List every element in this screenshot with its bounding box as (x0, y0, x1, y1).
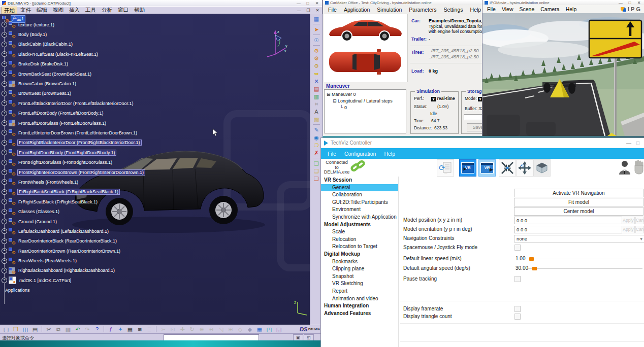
copy-icon[interactable]: ⧉ (54, 326, 62, 333)
tree-item-frontrightblackinteriordoor[interactable]: +FrontRightBlackInteriorDoor (FrontRight… (0, 138, 145, 148)
no-show-icon[interactable]: ✗ (312, 149, 320, 156)
avatar-person-icon[interactable] (618, 160, 631, 175)
nav-snapshot[interactable]: Snapshot (321, 273, 398, 281)
minimize-icon[interactable]: — (618, 1, 624, 5)
ipgmovie-title-bar[interactable]: IPGMovie - hysim-delistation online — □ … (482, 0, 644, 5)
normal-view-icon[interactable]: ◹ (217, 326, 225, 333)
expand-icon[interactable]: + (2, 268, 7, 273)
center-model-button[interactable]: Center model (514, 207, 643, 216)
expand-icon[interactable]: + (2, 219, 7, 224)
workbench-icon[interactable]: ▦ (312, 15, 320, 22)
maneuver-tree[interactable]: ⊟ Maneuver 0 ⊟ Longitudinal / Lateral st… (324, 89, 406, 133)
nav-scale[interactable]: Scale (321, 228, 398, 236)
save-icon[interactable]: ◫ (21, 326, 29, 333)
expand-icon[interactable]: + (2, 100, 7, 106)
gears-simulate-icon[interactable]: ⚙ (312, 47, 320, 54)
capture-green-icon[interactable]: ◳ (265, 326, 273, 333)
tree-item-reardoorinteriorbrown[interactable]: +RearDoorInteriorBrown (RearDoorInterior… (0, 246, 145, 256)
expand-icon[interactable]: + (2, 199, 7, 204)
maximize-icon[interactable]: □ (627, 1, 633, 5)
car-value[interactable]: Examples/Demo_Toyota_Car (429, 18, 491, 23)
cube-view-icon[interactable] (533, 159, 551, 177)
tree-item-frontwheels[interactable]: +FrontWheels (FrontWheels.1) (0, 177, 145, 187)
layers-icon[interactable]: ▦ (255, 326, 264, 333)
design-table-icon[interactable]: ▦ (126, 326, 134, 333)
driving-scene-3d-view[interactable] (482, 13, 644, 136)
tires-value-front[interactable]: ../RT_235_45R18_p2.50 (429, 48, 478, 53)
nav-synchronize-with-application[interactable]: Synchronize with Application (321, 214, 398, 221)
expand-icon[interactable]: + (2, 169, 7, 175)
minimize-icon[interactable]: — (296, 1, 302, 6)
tree-item-frontrightinteriordoorbrown[interactable]: +FrontRightInteriorDoorBrown (FrontRight… (0, 167, 145, 177)
fit-model-button[interactable]: Fit model (514, 198, 643, 206)
linear-speed-slider[interactable] (528, 259, 642, 259)
delmia-title-bar[interactable]: DELMIA V5 - [jsdemo.CATProduct] — □ ✕ (0, 0, 322, 6)
display-framerate-checkbox[interactable] (514, 306, 521, 312)
tree-item-rightblackdashboard[interactable]: +RightBlackDashboard (RightBlackDashboar… (0, 266, 145, 275)
whats-this-icon[interactable]: ? (93, 326, 101, 333)
expand-icon[interactable]: + (2, 42, 7, 47)
structure-green-icon[interactable]: ▥ (312, 93, 320, 100)
carmaker-menu-help[interactable]: Help (467, 7, 485, 13)
collapse-icon[interactable]: ⊟ (333, 98, 337, 103)
techviz-menu-help[interactable]: Help (380, 151, 399, 157)
linear-speed-handle[interactable] (529, 257, 534, 261)
nav-animation-and-video[interactable]: Animation and video (321, 295, 398, 303)
expand-icon[interactable]: + (2, 81, 7, 87)
frame-grid-icon[interactable]: ⌗ (312, 100, 320, 108)
expand-icon[interactable]: + (2, 91, 7, 96)
lock-icon[interactable]: ◙ (136, 326, 144, 333)
model-orientation-input[interactable]: 0 0 0 (514, 226, 623, 233)
tree-item-mdok-1[interactable]: +mdOK.1 [mdOK.CATPart] (0, 275, 145, 285)
fly-mode-icon[interactable]: ➣ (159, 326, 167, 333)
navigation-constraints-select[interactable]: none (514, 235, 644, 242)
expand-icon[interactable]: + (2, 61, 7, 67)
nav-relocation[interactable]: Relocation (321, 236, 398, 244)
part-yellow-icon[interactable]: ▧ (312, 116, 320, 123)
tree-item-brownseat[interactable]: +BrownSeat (BrownSeat.1) (0, 89, 145, 98)
ipgmovie-menu-file[interactable]: File (485, 6, 498, 12)
load-value[interactable]: 0 kg (429, 68, 438, 74)
spacemouse-checkbox[interactable] (514, 245, 521, 251)
child-restore-icon[interactable]: ❐ (305, 8, 311, 13)
rotate-icon[interactable]: ↻ (188, 326, 196, 333)
navigation-mode-icon[interactable]: ⟲ (516, 159, 533, 177)
gears-process-icon[interactable]: ⚙ (312, 55, 320, 62)
folder-yellow-icon[interactable]: ❏ (312, 167, 320, 175)
pan-icon[interactable]: ✚ (178, 326, 186, 333)
tree-item-blackcabin[interactable]: +BlackCabin (BlackCabin.1) (0, 40, 145, 49)
folder-green-icon[interactable]: ❏ (312, 160, 320, 167)
techviz-title-bar[interactable]: TechViz Controller — □ (321, 138, 644, 148)
gears-tools-icon[interactable]: ⚙ (312, 62, 320, 70)
activate-vr-navigation-button[interactable]: Activate VR Navigation (514, 189, 643, 197)
tree-item-reardoorinteriorblack[interactable]: +RearDoorInteriorBlack (RearDoorInterior… (0, 236, 145, 246)
expand-icon[interactable]: + (2, 140, 7, 146)
carmaker-menu-file[interactable]: File (325, 7, 340, 13)
tree-item-browncabin[interactable]: +BrownCabin (BrownCabin.1) (0, 79, 145, 88)
pause-tracking-checkbox[interactable] (514, 276, 521, 282)
ipgmovie-menu-scene[interactable]: Scene (517, 6, 537, 12)
catalog-icon[interactable]: ≣ (145, 326, 153, 333)
tree-item-frontleftblackinteriordoor[interactable]: +FrontLeftBlackInteriorDoor (FrontLeftBl… (0, 98, 145, 108)
paste-icon[interactable]: ▥ (64, 326, 72, 333)
multi-view-icon[interactable]: ⊞ (227, 326, 235, 333)
tree-item-leftblackdashboard[interactable]: +LeftBlackDashboard (LeftBlackDashboard.… (0, 226, 145, 236)
expand-icon[interactable]: + (2, 228, 7, 234)
wireframe-icon[interactable]: ◇ (236, 326, 244, 333)
nav-vr-sketching[interactable]: VR Sketching (321, 280, 398, 288)
capture-blue-icon[interactable]: ◱ (275, 326, 283, 333)
cut-icon[interactable]: ✂ (45, 326, 53, 333)
nav-relocation-to-target[interactable]: Relocation to Target (321, 243, 398, 251)
tree-item-glasses[interactable]: +Glasses (Glasses.1) (0, 206, 145, 216)
tree-item-texture[interactable]: +texture (texture.1) (0, 20, 145, 29)
techviz-menu-configuration[interactable]: Configuration (341, 151, 379, 157)
knowledge-icon[interactable]: ✦ (116, 326, 124, 333)
zoom-out-icon[interactable]: ⊖ (207, 326, 215, 333)
examine-globe-icon[interactable]: ☉ (312, 37, 320, 44)
close-icon[interactable]: ✕ (636, 1, 642, 5)
ipgmovie-menu-view[interactable]: View (499, 6, 516, 12)
formula-icon[interactable]: ƒ (107, 326, 115, 333)
expand-icon[interactable]: + (2, 130, 7, 135)
carmaker-menu-settings[interactable]: Settings (441, 7, 466, 13)
expand-icon[interactable]: + (2, 277, 7, 283)
